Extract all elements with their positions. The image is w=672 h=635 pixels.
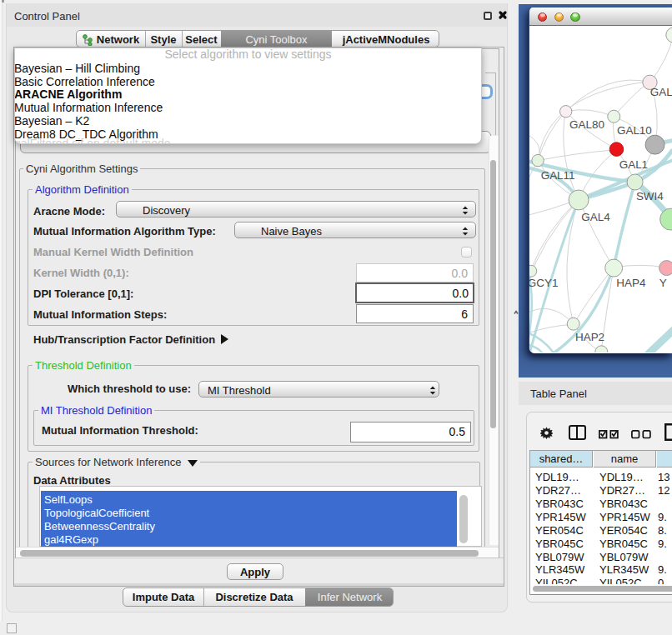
svg-text:GAL1: GAL1: [619, 158, 648, 171]
svg-text:GAL11: GAL11: [541, 169, 575, 182]
svg-text:GAL4: GAL4: [581, 211, 610, 223]
svg-text:GAL10: GAL10: [617, 124, 652, 137]
svg-text:HAP2: HAP2: [575, 331, 604, 343]
svg-text:GCY1: GCY1: [529, 277, 558, 289]
svg-text:SWI4: SWI4: [636, 190, 664, 202]
svg-text:GAL2: GAL2: [650, 86, 672, 98]
svg-text:HAP4: HAP4: [616, 277, 646, 289]
svg-text:GAL80: GAL80: [569, 118, 604, 131]
svg-text:Y: Y: [659, 277, 667, 289]
